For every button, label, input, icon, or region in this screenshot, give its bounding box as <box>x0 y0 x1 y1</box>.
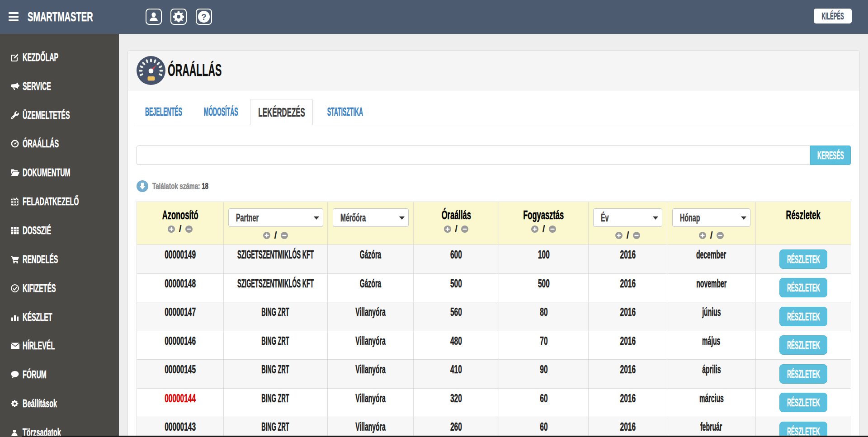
svg-text:?: ? <box>202 13 207 22</box>
